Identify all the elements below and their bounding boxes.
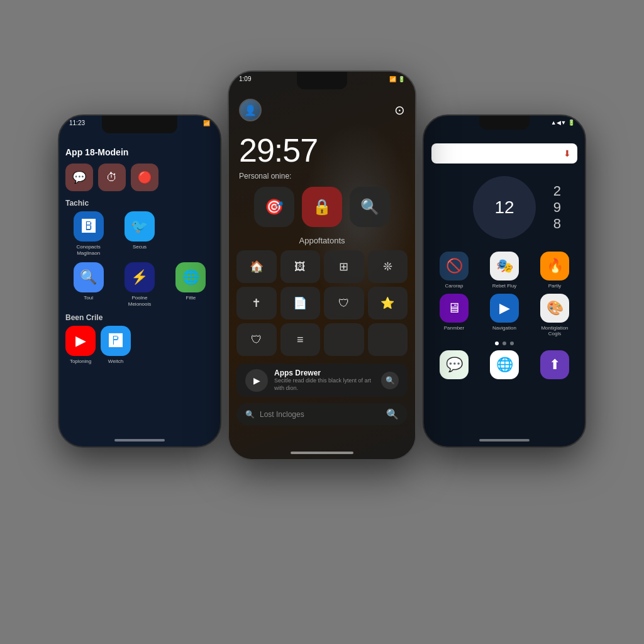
right-app-row-2: 🖥 Panmber ▶ Navigation 🎨 MontiglationCog… xyxy=(429,294,580,336)
left-quick-icon-2[interactable]: ⏱ xyxy=(98,164,126,191)
phone-left: 11:23 📶 App 18-Modein 💬 ⏱ 🔴 Tachic 🅱 Con… xyxy=(58,114,221,448)
clock-center-number: 12 xyxy=(494,197,514,218)
drawer-text: Apps Drewer Secitle read dide this black… xyxy=(274,369,375,392)
center-top-bar: 👤 ⊙ xyxy=(229,94,415,126)
app-icon-partly: 🔥 xyxy=(540,252,569,280)
apps-btn-menu[interactable]: ≡ xyxy=(280,323,321,356)
left-notch xyxy=(102,116,177,133)
left-status-icons: 📶 xyxy=(203,120,210,126)
center-home-indicator xyxy=(291,452,353,454)
left-section1-label: Tachic xyxy=(65,199,214,208)
apps-label: Appoftatonts xyxy=(229,233,415,250)
app-icon-search: 🔍 xyxy=(74,262,104,292)
left-icon-row: 💬 ⏱ 🔴 xyxy=(65,164,214,191)
list-item[interactable]: 🐦 Secus xyxy=(116,211,162,256)
apps-btn-shield2[interactable]: 🛡 xyxy=(236,323,277,356)
apps-btn-doc[interactable]: 📄 xyxy=(280,287,321,319)
list-item[interactable]: 🅱 ConopactsMaglinaon xyxy=(65,211,111,256)
app-icon-parking: 🅿 xyxy=(101,326,131,356)
center-ring-icon[interactable]: ⊙ xyxy=(394,103,405,118)
app-icon-twitter: 🐦 xyxy=(125,211,155,242)
phone-center: 1:09 📶 🔋 👤 ⊙ 29:57 Personal onine: 🎯 🔒 🔍… xyxy=(228,70,416,460)
list-item[interactable]: 🎭 Rebet Fluy xyxy=(490,252,519,289)
drawer-subtitle: Secitle read dide this black lytent of a… xyxy=(274,377,375,392)
app-icon-navigation: ▶ xyxy=(490,294,519,323)
clock-circle: 12 xyxy=(473,176,536,239)
list-item[interactable]: 💬 xyxy=(440,350,469,379)
center-time: 1:09 xyxy=(239,75,251,82)
left-app-grid-2: 🔍 Toul ⚡ PoolneMeionoois 🌐 Fitte xyxy=(65,262,214,307)
apps-btn-empty1 xyxy=(324,323,364,356)
app-icon-fitte: 🌐 xyxy=(175,262,206,292)
avatar[interactable]: 👤 xyxy=(239,99,262,121)
right-clock-area: 12 2 9 8 xyxy=(429,170,580,245)
personal-label: Personal onine: xyxy=(229,169,415,187)
drawer-title: Apps Drewer xyxy=(274,369,375,377)
left-quick-icon-3[interactable]: 🔴 xyxy=(131,164,158,191)
clock-num-9: 9 xyxy=(553,199,561,216)
list-item[interactable]: 🖥 Panmber xyxy=(440,294,469,336)
right-app-row-1: 🚫 Carorap 🎭 Rebet Fluy 🔥 Partly xyxy=(429,252,580,289)
left-section2-label: Been Crile xyxy=(65,313,214,322)
right-content: ⬇ 12 2 9 8 🚫 Carorap 🎭 Re xyxy=(424,135,585,447)
list-item[interactable]: 🅿 Weitch xyxy=(101,326,131,365)
right-search-arrow-icon: ⬇ xyxy=(564,148,571,158)
apps-btn-star2[interactable]: ❊ xyxy=(368,250,408,283)
apps-btn-home[interactable]: 🏠 xyxy=(236,250,277,283)
app-icon-b: 🅱 xyxy=(74,211,104,242)
apps-btn-image[interactable]: 🖼 xyxy=(280,250,321,283)
app-icon-youtube: ▶ xyxy=(65,326,96,356)
list-item[interactable]: 🔍 Toul xyxy=(65,262,111,307)
app-icon-carorap: 🚫 xyxy=(440,252,469,280)
apps-drawer-section: ▶ Apps Drewer Secitle read dide this bla… xyxy=(236,364,408,397)
phones-container: 11:23 📶 App 18-Modein 💬 ⏱ 🔴 Tachic 🅱 Con… xyxy=(39,39,605,605)
right-status-icons: ▲◀▼ 🔋 xyxy=(551,119,575,126)
left-title: App 18-Modein xyxy=(65,147,214,157)
drawer-search-icon[interactable]: 🔍 xyxy=(381,372,399,389)
shortcut-btn-lock[interactable]: 🔒 xyxy=(302,187,342,227)
apps-grid-center: 🏠 🖼 ⊞ ❊ ✝ 📄 🛡 ⭐ 🛡 ≡ xyxy=(229,250,415,356)
app-icon-chrome: 🌐 xyxy=(490,350,519,379)
right-bottom-row: 💬 🌐 ⬆ xyxy=(429,350,580,379)
apps-btn-empty2 xyxy=(368,323,408,356)
list-item[interactable]: 🌐 Fitte xyxy=(168,262,214,307)
left-home-indicator xyxy=(114,439,165,441)
app-icon-panmber: 🖥 xyxy=(440,294,469,323)
dot-3 xyxy=(510,341,514,345)
left-quick-icon-1[interactable]: 💬 xyxy=(65,164,93,191)
apps-btn-shield1[interactable]: 🛡 xyxy=(324,287,364,319)
clock-numbers: 2 9 8 xyxy=(553,183,561,232)
list-item[interactable]: ▶ Toploning xyxy=(65,326,96,365)
list-item[interactable]: 🌐 xyxy=(490,350,519,379)
list-item[interactable]: 🔥 Partly xyxy=(540,252,569,289)
right-home-indicator xyxy=(479,439,530,441)
app-icon-chat: 💬 xyxy=(440,350,469,379)
shortcut-btn-3[interactable]: 🔍 xyxy=(350,187,390,227)
center-clock: 29:57 xyxy=(229,126,415,169)
apps-btn-cross[interactable]: ✝ xyxy=(236,287,277,319)
center-search-bar[interactable]: 🔍 Lost Incloges 🔍 xyxy=(236,403,408,425)
center-content: 👤 ⊙ 29:57 Personal onine: 🎯 🔒 🔍 Appoftat… xyxy=(229,94,415,459)
app-icon-power: ⚡ xyxy=(125,262,155,292)
list-item[interactable]: ⬆ xyxy=(540,350,569,379)
list-item[interactable]: ▶ Navigation xyxy=(490,294,519,336)
search-right-icon: 🔍 xyxy=(386,408,399,420)
search-placeholder: Lost Incloges xyxy=(260,410,304,419)
center-status-icons: 📶 🔋 xyxy=(389,76,405,82)
list-item[interactable]: ⚡ PoolneMeionoois xyxy=(116,262,162,307)
list-item[interactable]: 🚫 Carorap xyxy=(440,252,469,289)
list-item[interactable]: 🎨 MontiglationCogls xyxy=(540,294,569,336)
page-dots xyxy=(429,341,580,345)
left-content: App 18-Modein 💬 ⏱ 🔴 Tachic 🅱 ConopactsMa… xyxy=(59,141,220,447)
apps-btn-grid[interactable]: ⊞ xyxy=(324,250,364,283)
right-search-bar[interactable]: ⬇ xyxy=(431,143,577,164)
dot-1 xyxy=(495,341,499,345)
dot-2 xyxy=(502,341,506,345)
shortcut-btn-1[interactable]: 🎯 xyxy=(254,187,294,227)
app-icon-rebet: 🎭 xyxy=(490,252,519,280)
drawer-icon[interactable]: ▶ xyxy=(245,369,268,392)
app-icon-up: ⬆ xyxy=(540,350,569,379)
clock-num-2: 2 xyxy=(553,183,561,199)
apps-btn-star[interactable]: ⭐ xyxy=(368,287,408,319)
left-bottom-row: ▶ Toploning 🅿 Weitch xyxy=(65,326,214,365)
